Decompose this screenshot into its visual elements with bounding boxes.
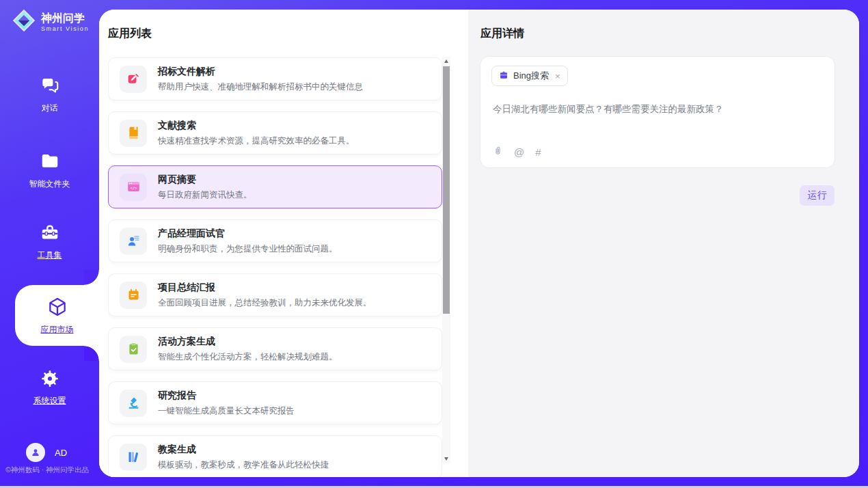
tool-tag-bing-search[interactable]: Bing搜索 × bbox=[491, 66, 568, 86]
bid-doc-edit-icon bbox=[120, 66, 147, 93]
scroll-down-arrow[interactable] bbox=[442, 455, 450, 463]
app-name: 研究报告 bbox=[158, 390, 295, 402]
research-report-icon bbox=[120, 390, 147, 417]
app-card-bid-doc[interactable]: 招标文件解析 帮助用户快速、准确地理解和解析招标书中的关键信息 bbox=[108, 57, 442, 100]
prompt-card: Bing搜索 × 今日湖北有哪些新闻要点？有哪些需要关注的最新政策？ @ # bbox=[480, 56, 835, 168]
app-desc: 快速精准查找学术资源，提高研究效率的必备工具。 bbox=[158, 135, 355, 147]
briefcase-icon bbox=[499, 70, 508, 82]
app-name: 文献搜索 bbox=[158, 120, 355, 132]
user-name: AD bbox=[55, 448, 67, 458]
main-panel: 应用列表 招标文件解析 帮助用户快速、准确地理解和解析招标书中的关键信息 bbox=[99, 10, 859, 477]
sidebar-item-label: 智能文件夹 bbox=[29, 178, 70, 190]
sidebar-item-chat[interactable]: 对话 bbox=[0, 75, 99, 114]
app-card-research-report[interactable]: 研究报告 一键智能生成高质量长文本研究报告 bbox=[108, 381, 442, 424]
lesson-plan-icon bbox=[120, 444, 147, 471]
activity-plan-icon bbox=[120, 336, 147, 363]
app-name: 产品经理面试官 bbox=[158, 228, 338, 240]
app-name: 活动方案生成 bbox=[158, 336, 338, 348]
app-card-activity-plan[interactable]: 活动方案生成 智能生成个性化活动方案，轻松解决规划难题。 bbox=[108, 327, 442, 370]
literature-book-icon bbox=[120, 120, 147, 147]
app-card-web-summary[interactable]: </> 网页摘要 每日政府新闻资讯快查。 bbox=[108, 165, 442, 208]
toolbox-icon bbox=[40, 222, 60, 245]
app-list-title: 应用列表 bbox=[108, 27, 152, 41]
query-text[interactable]: 今日湖北有哪些新闻要点？有哪些需要关注的最新政策？ bbox=[493, 103, 821, 116]
app-desc: 明确身份和职责，为您提供专业性的面试问题。 bbox=[158, 243, 338, 255]
topic-hash-icon[interactable]: # bbox=[535, 146, 541, 158]
brand-subtitle: Smart Vision bbox=[41, 25, 89, 32]
scroll-up-arrow[interactable] bbox=[442, 57, 450, 65]
scrollbar-thumb[interactable] bbox=[443, 66, 450, 314]
paperclip-icon[interactable] bbox=[493, 145, 503, 159]
input-toolbar: @ # bbox=[493, 145, 541, 159]
app-desc: 模板驱动，教案秒成，教学准备从此轻松快捷 bbox=[158, 459, 329, 471]
app-details-title: 应用详情 bbox=[480, 27, 524, 41]
app-card-pm-interviewer[interactable]: 产品经理面试官 明确身份和职责，为您提供专业性的面试问题。 bbox=[108, 219, 442, 262]
app-name: 教案生成 bbox=[158, 444, 329, 456]
gear-icon bbox=[40, 369, 59, 390]
cube-icon bbox=[46, 296, 68, 321]
app-desc: 帮助用户快速、准确地理解和解析招标书中的关键信息 bbox=[158, 81, 363, 93]
folder-icon bbox=[40, 151, 60, 174]
avatar bbox=[26, 443, 45, 462]
web-summary-icon: </> bbox=[120, 174, 147, 201]
app-name: 网页摘要 bbox=[158, 174, 252, 186]
sidebar-item-label: 工具集 bbox=[38, 249, 62, 261]
interviewer-icon bbox=[120, 228, 147, 255]
app-card-project-summary[interactable]: 项目总结汇报 全面回顾项目进展，总结经验教训，助力未来优化发展。 bbox=[108, 273, 442, 316]
app-card-literature-search[interactable]: 文献搜索 快速精准查找学术资源，提高研究效率的必备工具。 bbox=[108, 111, 442, 154]
app-name: 项目总结汇报 bbox=[158, 282, 372, 294]
app-list-scrollbar[interactable] bbox=[442, 57, 450, 463]
app-desc: 全面回顾项目进展，总结经验教训，助力未来优化发展。 bbox=[158, 297, 372, 309]
sidebar-item-label: 应用市场 bbox=[41, 324, 74, 336]
sidebar-item-settings[interactable]: 系统设置 bbox=[0, 369, 99, 407]
sidebar-item-label: 系统设置 bbox=[33, 395, 66, 407]
brand-name: 神州问学 bbox=[41, 12, 89, 25]
close-icon[interactable]: × bbox=[555, 71, 560, 81]
sidebar-item-label: 对话 bbox=[42, 103, 58, 114]
app-desc: 一键智能生成高质量长文本研究报告 bbox=[158, 405, 295, 417]
run-button[interactable]: 运行 bbox=[800, 185, 835, 206]
mention-icon[interactable]: @ bbox=[514, 146, 524, 158]
tool-tag-label: Bing搜索 bbox=[513, 70, 549, 82]
app-card-lesson-plan[interactable]: 教案生成 模板驱动，教案秒成，教学准备从此轻松快捷 bbox=[108, 435, 442, 477]
app-details-panel: 应用详情 Bing搜索 × 今日湖北有哪些新闻要点？有哪些需要关注的最新政策？ bbox=[468, 10, 859, 477]
sidebar-item-app-market[interactable]: 应用市场 bbox=[15, 285, 99, 346]
gem-logo-icon bbox=[12, 8, 36, 36]
svg-text:</>: </> bbox=[130, 186, 137, 190]
copyright-footer: ©神州数码 · 神州问学出品 bbox=[5, 465, 89, 475]
user-account[interactable]: AD bbox=[26, 443, 67, 462]
app-list-panel: 应用列表 招标文件解析 帮助用户快速、准确地理解和解析招标书中的关键信息 bbox=[99, 10, 468, 477]
sidebar-item-toolset[interactable]: 工具集 bbox=[0, 222, 99, 261]
project-report-icon bbox=[120, 282, 147, 309]
chat-icon bbox=[40, 75, 60, 98]
sidebar: 神州问学 Smart Vision 对话 智能文件夹 bbox=[0, 0, 99, 488]
brand-logo: 神州问学 Smart Vision bbox=[12, 8, 89, 36]
app-window: { "brand": { "name": "神州问学", "subtitle":… bbox=[0, 0, 868, 488]
app-name: 招标文件解析 bbox=[158, 66, 363, 78]
app-list: 招标文件解析 帮助用户快速、准确地理解和解析招标书中的关键信息 文献搜索 快速精… bbox=[108, 57, 442, 477]
sidebar-item-smart-folder[interactable]: 智能文件夹 bbox=[0, 151, 99, 190]
app-desc: 每日政府新闻资讯快查。 bbox=[158, 189, 252, 201]
app-desc: 智能生成个性化活动方案，轻松解决规划难题。 bbox=[158, 351, 338, 363]
